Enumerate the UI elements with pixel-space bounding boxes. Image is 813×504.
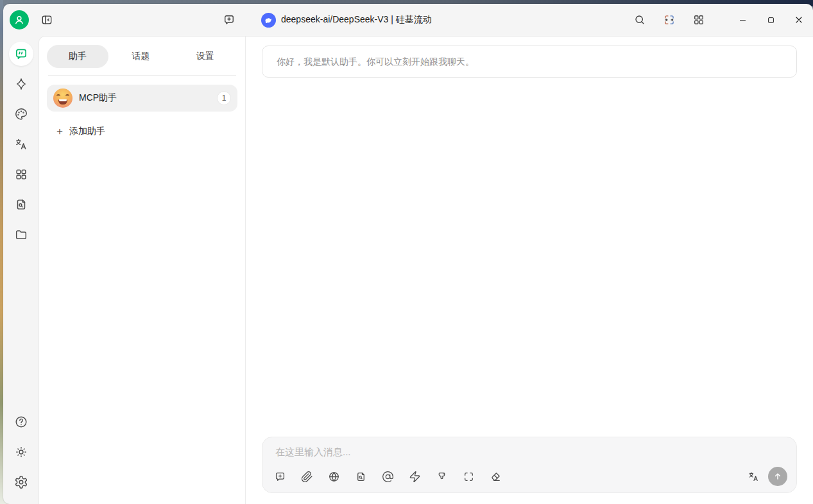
translate-icon [14, 137, 28, 151]
collapse-sidebar-button[interactable] [38, 11, 56, 29]
new-topic-icon [223, 13, 235, 26]
titlebar-left [3, 10, 246, 29]
palette-icon [14, 107, 28, 121]
message-input[interactable] [262, 437, 796, 464]
search-button[interactable] [631, 11, 649, 29]
sidebar-item-knowledge[interactable] [9, 192, 33, 217]
attachment-button[interactable] [298, 468, 315, 485]
web-search-button[interactable] [325, 468, 342, 485]
deepseek-whale-icon [264, 15, 273, 25]
sidebar-item-miniapps[interactable] [9, 162, 33, 187]
send-message-button[interactable] [768, 467, 787, 486]
app-window: deepseek-ai/DeepSeek-V3 | 硅基流动 [3, 4, 813, 504]
paperclip-icon [301, 471, 313, 483]
message-input-container [262, 437, 797, 493]
close-icon [794, 15, 804, 25]
input-toolbar-right [745, 467, 787, 486]
sidebar-item-files[interactable] [9, 223, 33, 247]
titlebar-right [631, 8, 813, 31]
sidebar-item-settings[interactable] [9, 470, 33, 494]
clear-messages-button[interactable] [487, 468, 504, 485]
gear-icon [14, 475, 28, 489]
new-context-icon [274, 471, 286, 483]
plus-icon: ＋ [55, 126, 65, 137]
deepseek-logo [261, 13, 276, 28]
arrow-up-icon [773, 471, 783, 482]
maximize-icon [766, 15, 776, 25]
assistant-name: MCP助手 [79, 92, 210, 104]
model-title-text: deepseek-ai/DeepSeek-V3 | 硅基流动 [281, 14, 432, 26]
tab-settings[interactable]: 设置 [173, 45, 238, 68]
minimize-icon [738, 15, 748, 25]
expand-horizontal-icon [663, 13, 676, 26]
sparkle-icon [14, 77, 28, 91]
topic-count-badge: 1 [217, 91, 231, 105]
tab-assistants[interactable]: 助手 [47, 45, 108, 68]
quick-phrases-button[interactable] [406, 468, 423, 485]
window-controls [728, 8, 813, 31]
content-sheet: 助手 话题 设置 MCP助手 1 ＋ 添加助手 [39, 36, 813, 504]
chat-area: 你好，我是默认助手。你可以立刻开始跟我聊天。 [246, 37, 813, 504]
user-avatar-button[interactable] [10, 10, 29, 29]
mention-model-button[interactable] [379, 468, 396, 485]
input-toolbar [262, 464, 796, 492]
tab-topics[interactable]: 话题 [108, 45, 173, 68]
window-body: 助手 话题 设置 MCP助手 1 ＋ 添加助手 [3, 36, 813, 504]
expand-horizontal-button[interactable] [660, 11, 678, 29]
file-search-icon [14, 197, 28, 212]
close-button[interactable] [785, 8, 813, 31]
collapse-sidebar-icon [40, 13, 53, 26]
eraser-icon [490, 471, 502, 483]
assistants-panel: 助手 话题 设置 MCP助手 1 ＋ 添加助手 [39, 37, 246, 504]
paintbrush-icon [436, 471, 448, 483]
panel-tabs: 助手 话题 设置 [47, 42, 237, 71]
titlebar: deepseek-ai/DeepSeek-V3 | 硅基流动 [3, 4, 813, 36]
new-topic-button[interactable] [220, 11, 238, 29]
chat-bubble-icon [14, 47, 28, 61]
sidebar-item-translate[interactable] [9, 132, 33, 156]
avatar-eye [65, 94, 69, 97]
assistant-emoji-avatar [53, 88, 73, 108]
model-title[interactable]: deepseek-ai/DeepSeek-V3 | 硅基流动 [246, 13, 432, 28]
assistant-greeting-message: 你好，我是默认助手。你可以立刻开始跟我聊天。 [262, 46, 797, 78]
help-icon [14, 415, 28, 429]
icon-sidebar [3, 36, 39, 504]
add-assistant-button[interactable]: ＋ 添加助手 [51, 123, 109, 140]
translate-input-button[interactable] [745, 468, 762, 485]
sidebar-item-help[interactable] [9, 410, 33, 434]
sun-icon [14, 445, 28, 459]
grid-icon [14, 167, 28, 181]
grid-icon [692, 13, 705, 26]
knowledge-button[interactable] [352, 468, 369, 485]
new-context-button[interactable] [271, 468, 288, 485]
globe-icon [328, 471, 340, 483]
avatar-mouth [58, 99, 67, 105]
translate-icon [748, 471, 760, 483]
chat-empty-space [246, 78, 813, 437]
zap-icon [409, 471, 421, 483]
sidebar-item-assistants[interactable] [9, 42, 33, 66]
fullscreen-corners-icon [463, 471, 475, 483]
assistant-list-item[interactable]: MCP助手 1 [47, 85, 237, 112]
person-icon [13, 13, 26, 26]
maximize-button[interactable] [757, 8, 785, 31]
file-search-icon [355, 471, 367, 483]
panel-divider [48, 75, 236, 76]
at-sign-icon [382, 471, 394, 483]
search-icon [633, 13, 646, 26]
sidebar-item-agents[interactable] [9, 72, 33, 96]
expand-input-button[interactable] [460, 468, 477, 485]
mcp-brush-button[interactable] [433, 468, 450, 485]
folder-icon [14, 228, 28, 242]
avatar-eye [56, 94, 60, 97]
mini-apps-button[interactable] [690, 11, 708, 29]
minimize-button[interactable] [728, 8, 757, 31]
sidebar-item-theme[interactable] [9, 440, 33, 464]
add-assistant-label: 添加助手 [69, 126, 105, 137]
sidebar-item-paintings[interactable] [9, 102, 33, 126]
